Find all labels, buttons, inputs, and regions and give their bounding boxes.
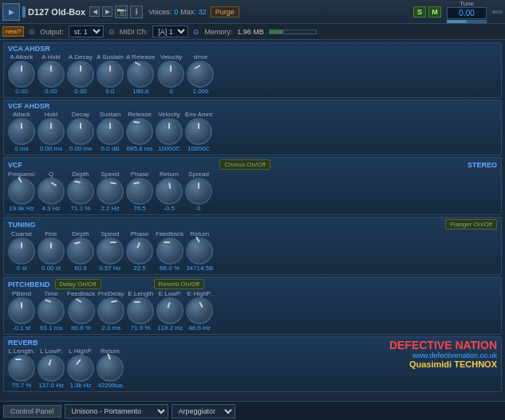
flanger-toggle[interactable]: Flanger On/Off bbox=[445, 219, 497, 230]
vcf-sustain-knob[interactable] bbox=[97, 118, 124, 145]
reverb-toggle[interactable]: Reverb On/Off bbox=[154, 279, 204, 289]
vcf-return-group: Return -0.5 bbox=[156, 171, 183, 212]
new-button[interactable]: new? bbox=[2, 26, 24, 37]
pb-predelay-knob[interactable] bbox=[97, 297, 124, 324]
vcf-q-knob[interactable] bbox=[37, 178, 65, 205]
vcf-phase-knob[interactable] bbox=[126, 178, 153, 205]
pb-time-label: Time bbox=[44, 290, 57, 297]
camera-icon[interactable]: 📷 bbox=[115, 6, 128, 18]
tuning-return-knob[interactable] bbox=[186, 237, 213, 265]
tuning-speed-knob[interactable] bbox=[97, 237, 124, 265]
vcf-envamnt-knob[interactable] bbox=[185, 118, 212, 145]
nav-next[interactable]: ▶ bbox=[102, 6, 112, 17]
vca-drive-knob[interactable] bbox=[187, 61, 214, 88]
vcf-sustain-label: Sustain bbox=[100, 111, 121, 118]
rev-return-knob[interactable] bbox=[97, 355, 124, 382]
mode-select[interactable]: Unisono - Portamento bbox=[65, 404, 168, 418]
vca-sustain-value: 0.0 bbox=[105, 88, 114, 95]
vcf-return-knob[interactable] bbox=[156, 178, 183, 205]
vca-hold-knob[interactable] bbox=[37, 61, 65, 88]
vcf-section: VCF Chorus On/Off STEREO Frequenc 19.9k … bbox=[3, 157, 502, 215]
rev-return-value: 42299ua bbox=[97, 382, 122, 389]
vcf-hold-knob[interactable] bbox=[37, 118, 65, 145]
info-icon[interactable]: i bbox=[130, 6, 143, 18]
tuning-feedback-knob[interactable] bbox=[156, 237, 183, 265]
tune-bar bbox=[447, 20, 487, 23]
rev-llength-group: L Length. 75.7 % bbox=[8, 347, 35, 389]
vcf-return-label: Return bbox=[160, 171, 179, 178]
midi-label: MIDI Ch: bbox=[120, 28, 148, 36]
nav-prev[interactable]: ◀ bbox=[89, 6, 100, 17]
vcf-velocity-knob[interactable] bbox=[156, 118, 183, 145]
pb-pbend-knob[interactable] bbox=[8, 297, 35, 324]
aux-label: aux bbox=[492, 8, 503, 15]
pb-pbend-value: -0.1 st bbox=[13, 324, 30, 332]
tune-value: 0.00 bbox=[459, 9, 474, 18]
pb-feedback-knob[interactable] bbox=[68, 297, 95, 324]
pb-time-value: 93.1 ms bbox=[40, 324, 62, 332]
vca-release-knob[interactable] bbox=[127, 61, 154, 88]
arp-select[interactable]: Arpeggiator bbox=[172, 404, 235, 418]
m-button[interactable]: M bbox=[428, 6, 441, 18]
vca-decay-label: A Decay bbox=[69, 53, 93, 61]
pb-time-knob[interactable] bbox=[37, 297, 65, 324]
vcf-attack-group: Attack 0 ms bbox=[8, 111, 35, 152]
vca-attack-value: 0.00 bbox=[15, 88, 28, 95]
tuning-return-group: Return 34714.5B bbox=[186, 230, 213, 272]
vcf-velocity-value: 10000C bbox=[158, 145, 180, 152]
tuning-return-value: 34714.5B bbox=[186, 265, 213, 272]
vcf-return-value: -0.5 bbox=[164, 205, 175, 212]
vca-sustain-knob[interactable] bbox=[97, 61, 124, 88]
brand-name: DEFECTIVE NATION bbox=[389, 339, 497, 351]
tuning-depth-value: 60.9 bbox=[74, 265, 87, 272]
pb-ehighp-label: E HighP. bbox=[187, 290, 212, 297]
tuning-feedback-value: 66.0 % bbox=[160, 265, 180, 272]
pb-elowp-group: E LowP. 118.2 Hz bbox=[156, 290, 183, 332]
tuning-fine-knob[interactable] bbox=[37, 237, 65, 265]
vcf-freq-group: Frequenc 19.9k Hz bbox=[8, 171, 35, 212]
vcf-spread-knob[interactable] bbox=[185, 178, 212, 205]
delay-toggle[interactable]: Delay On/Off bbox=[55, 279, 101, 289]
rev-lhighp-knob[interactable] bbox=[67, 355, 94, 382]
pb-time-group: Time 93.1 ms bbox=[37, 290, 65, 332]
output-select[interactable]: st. 1 bbox=[69, 26, 104, 37]
tuning-phase-value: 22.5 bbox=[133, 265, 146, 272]
pb-elength-knob[interactable] bbox=[127, 297, 154, 324]
voices-label: Voices: bbox=[148, 8, 172, 16]
s-button[interactable]: S bbox=[413, 6, 426, 18]
pitchbend-section: PITCHBEND Delay On/Off Reverb On/Off PBe… bbox=[3, 277, 502, 335]
pb-predelay-group: PreDelay 2.3 ms bbox=[97, 290, 124, 332]
vca-hold-label: A Hold bbox=[41, 53, 61, 61]
vcf-decay-knob[interactable] bbox=[67, 118, 94, 145]
vcf-depth-knob[interactable] bbox=[67, 178, 94, 205]
vca-attack-knob[interactable] bbox=[8, 61, 35, 88]
tuning-speed-group: Speed 0.57 Hz bbox=[97, 230, 124, 272]
tuning-depth-label: Depth bbox=[72, 230, 89, 237]
midi-select[interactable]: [A] 1 bbox=[152, 26, 188, 37]
tuning-depth-knob[interactable] bbox=[67, 237, 94, 265]
pb-feedback-label: Feedback bbox=[67, 290, 95, 297]
chorus-toggle[interactable]: Chorus On/Off bbox=[219, 159, 270, 170]
vcf-freq-knob[interactable] bbox=[8, 178, 35, 205]
rev-llowp-knob[interactable] bbox=[37, 355, 65, 382]
vca-velocity-knob[interactable] bbox=[157, 61, 184, 88]
control-panel-button[interactable]: Control Panel bbox=[3, 405, 61, 418]
rev-llength-label: L Length. bbox=[8, 347, 34, 355]
vcf-attack-knob[interactable] bbox=[8, 118, 35, 145]
max-label: Max: bbox=[180, 8, 196, 16]
vcf-release-knob[interactable] bbox=[126, 118, 153, 145]
tune-value-box: 0.00 bbox=[447, 7, 487, 19]
vcf-speed-knob[interactable] bbox=[97, 178, 124, 205]
purge-button[interactable]: Purge bbox=[211, 6, 239, 18]
vcf-depth-value: 71.1 % bbox=[71, 205, 91, 212]
vca-decay-knob[interactable] bbox=[67, 61, 94, 88]
pb-elowp-knob[interactable] bbox=[156, 297, 183, 324]
vcf-ahdsr-title: VCF AHDSR bbox=[8, 102, 497, 110]
tuning-coarse-knob[interactable] bbox=[8, 237, 35, 265]
tuning-phase-knob[interactable] bbox=[126, 237, 153, 265]
rev-llength-knob[interactable] bbox=[8, 355, 35, 382]
pb-elength-value: 71.9 % bbox=[131, 324, 151, 332]
vcf-q-group: Q 4.3 Hz bbox=[37, 171, 65, 212]
vcf-hold-label: Hold bbox=[45, 111, 57, 118]
pb-ehighp-knob[interactable] bbox=[186, 297, 213, 324]
